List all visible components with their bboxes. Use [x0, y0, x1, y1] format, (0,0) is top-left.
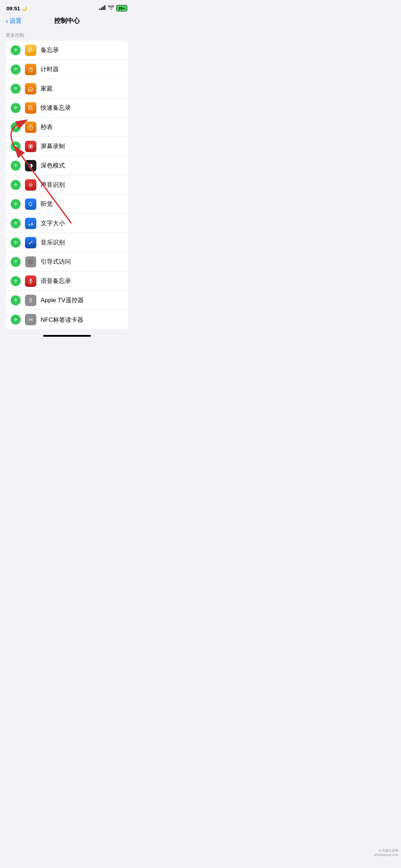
svg-text:A: A: [28, 223, 30, 226]
app-icon-shazam: [25, 237, 36, 248]
plus-icon: +: [14, 239, 18, 246]
item-label-text-size: 文字大小: [41, 219, 123, 227]
item-label-voice-memo: 语音备忘录: [41, 277, 123, 285]
plus-icon: +: [14, 258, 18, 265]
plus-icon: +: [14, 123, 18, 130]
list-item-home: +家庭: [6, 79, 128, 98]
app-icon-quicknote: +: [25, 102, 36, 114]
list-item-quicknote: ++快速备忘录: [6, 98, 128, 118]
svg-rect-2: [103, 6, 104, 10]
status-bar: 09:51 🌙 26+: [0, 0, 134, 14]
status-time: 09:51 🌙: [6, 5, 27, 11]
signal-icon: [99, 5, 106, 11]
add-button-text-size[interactable]: +: [11, 218, 21, 228]
add-button-hearing[interactable]: +: [11, 199, 21, 209]
item-label-nfc: NFC标签读卡器: [41, 316, 123, 324]
plus-icon: +: [14, 85, 18, 92]
item-label-hearing: 听觉: [41, 200, 123, 208]
svg-text:A: A: [31, 222, 34, 226]
add-button-voice-memo[interactable]: +: [11, 276, 21, 286]
nav-title: 控制中心: [54, 16, 80, 25]
plus-icon: +: [14, 143, 18, 150]
status-icons: 26+: [99, 5, 127, 11]
svg-rect-38: [30, 279, 32, 281]
svg-point-42: [30, 299, 31, 299]
item-label-home: 家庭: [41, 84, 123, 93]
plus-icon: +: [14, 296, 18, 304]
app-icon-screen-record: [25, 141, 36, 152]
back-chevron-icon: ‹: [6, 17, 8, 25]
list-item-guided-access: +引导式访问: [6, 252, 128, 272]
moon-icon: 🌙: [21, 6, 27, 11]
plus-icon: +: [14, 104, 18, 111]
svg-rect-43: [30, 300, 31, 300]
list-item-sound-recognition: +声音识别: [6, 175, 128, 195]
add-button-guided-access[interactable]: +: [11, 257, 21, 267]
item-label-sound-recognition: 声音识别: [41, 181, 123, 189]
app-icon-voice-memo: [25, 275, 36, 287]
svg-point-29: [31, 203, 32, 203]
add-button-timer[interactable]: +: [11, 64, 21, 74]
svg-rect-44: [30, 300, 31, 301]
item-label-screen-record: 屏幕录制: [41, 142, 123, 150]
plus-icon: +: [14, 277, 18, 284]
add-button-screen-record[interactable]: +: [11, 141, 21, 151]
item-label-shazam: 音乐识别: [41, 238, 123, 247]
list-item-hearing: +听觉: [6, 195, 128, 214]
app-icon-hearing: [25, 198, 36, 210]
nav-bar: ‹ 设置 控制中心: [0, 14, 134, 29]
svg-text:+: +: [32, 108, 33, 110]
list-item-voice-memo: +语音备忘录: [6, 272, 128, 291]
item-label-quicknote: 快速备忘录: [41, 104, 123, 112]
item-label-guided-access: 引导式访问: [41, 258, 123, 266]
svg-rect-1: [101, 7, 102, 10]
battery-label: 26+: [116, 5, 127, 11]
wifi-icon: [108, 5, 114, 11]
list-item-nfc: +NFC标签读卡器: [6, 310, 128, 329]
add-button-apple-tv[interactable]: +: [11, 295, 21, 305]
list-item-stopwatch: +秒表: [6, 118, 128, 137]
list-item-dark-mode: +深色模式: [6, 156, 128, 175]
app-icon-stopwatch: [25, 122, 36, 133]
control-center-list: ++备忘录+计时器+家庭++快速备忘录+秒表+屏幕录制+深色模式+声音识别+听觉…: [6, 41, 128, 329]
item-label-dark-mode: 深色模式: [41, 161, 123, 170]
section-header: 更多控制: [0, 29, 134, 41]
list-item-apple-tv: +Apple TV遥控器: [6, 291, 128, 310]
app-icon-notes: +: [25, 45, 36, 56]
app-icon-home: [25, 83, 36, 94]
app-icon-text-size: AA: [25, 218, 36, 229]
add-button-notes[interactable]: +: [11, 45, 21, 55]
home-indicator: [43, 335, 91, 337]
list-item-text-size: +AA文字大小: [6, 214, 128, 233]
list-item-screen-record: +屏幕录制: [6, 137, 128, 156]
app-icon-apple-tv: [25, 295, 36, 306]
app-icon-dark-mode: [25, 160, 36, 171]
plus-icon: +: [14, 200, 18, 207]
item-label-apple-tv: Apple TV遥控器: [41, 296, 123, 304]
app-icon-timer: [25, 64, 36, 75]
page: 09:51 🌙 26+: [0, 0, 134, 337]
item-label-notes: 备忘录: [41, 46, 123, 54]
svg-point-24: [30, 145, 32, 148]
add-button-home[interactable]: +: [11, 84, 21, 94]
nav-back-button[interactable]: ‹ 设置: [6, 17, 22, 25]
add-button-sound-recognition[interactable]: +: [11, 180, 21, 190]
plus-icon: +: [14, 66, 18, 73]
svg-rect-33: [30, 261, 32, 263]
svg-rect-3: [104, 5, 106, 10]
list-item-shazam: +音乐识别: [6, 233, 128, 252]
list-item-notes: ++备忘录: [6, 41, 128, 60]
app-icon-guided-access: [25, 256, 36, 268]
list-item-timer: +计时器: [6, 60, 128, 79]
plus-icon: +: [14, 219, 18, 227]
add-button-quicknote[interactable]: +: [11, 103, 21, 113]
plus-icon: +: [14, 181, 18, 188]
item-label-timer: 计时器: [41, 65, 123, 73]
item-label-stopwatch: 秒表: [41, 123, 123, 131]
plus-icon: +: [14, 46, 18, 53]
svg-rect-0: [99, 9, 101, 10]
add-button-shazam[interactable]: +: [11, 238, 21, 248]
add-button-stopwatch[interactable]: +: [11, 122, 21, 132]
add-button-nfc[interactable]: +: [11, 315, 21, 325]
add-button-dark-mode[interactable]: +: [11, 161, 21, 171]
